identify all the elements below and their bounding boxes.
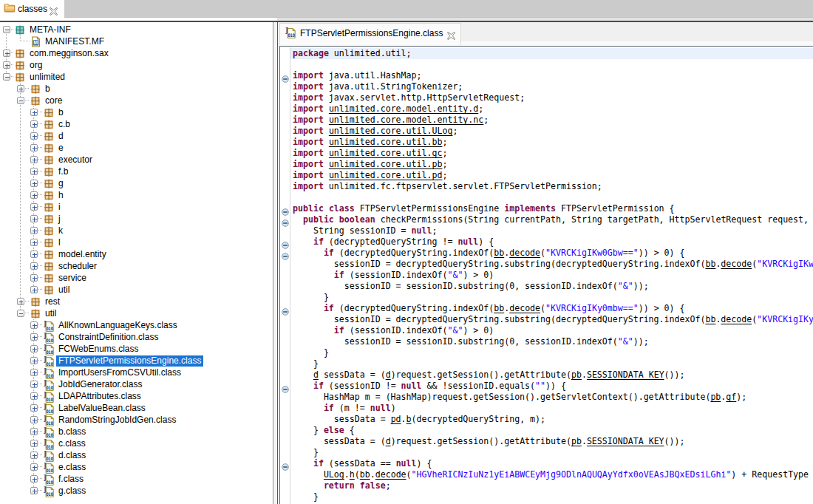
- fold-collapse-icon[interactable]: [282, 305, 289, 313]
- tree-item-c-class[interactable]: J010c.class: [0, 437, 273, 449]
- tree-item-c-b[interactable]: c.b: [0, 118, 273, 130]
- tree-expand-toggle[interactable]: [30, 416, 38, 423]
- tree-item-util[interactable]: util: [0, 307, 273, 319]
- code-reference-link[interactable]: unlimited.core.util.pd: [329, 170, 443, 180]
- tree-item-ldapattributes-class[interactable]: J010LDAPAttributes.class: [0, 390, 273, 402]
- code-reference-link[interactable]: bb: [494, 248, 504, 258]
- tree-item-g-class[interactable]: J010g.class: [0, 485, 273, 497]
- code-reference-link[interactable]: d: [386, 436, 391, 446]
- tree-expand-toggle[interactable]: [30, 475, 38, 483]
- tree-item-e[interactable]: e: [0, 142, 273, 154]
- tree-item-rest[interactable]: rest: [0, 296, 273, 307]
- close-icon[interactable]: [447, 30, 455, 38]
- code-reference-link[interactable]: bb: [705, 259, 715, 269]
- tree-item-util[interactable]: util: [0, 284, 273, 296]
- tree-item-service[interactable]: service: [0, 272, 273, 284]
- tree-item-org[interactable]: org: [0, 59, 273, 71]
- tree-expand-toggle[interactable]: [30, 392, 38, 400]
- tree-item-b[interactable]: b: [0, 106, 273, 118]
- tree-expand-toggle[interactable]: [30, 487, 38, 494]
- tree-expand-toggle[interactable]: [30, 156, 38, 163]
- tree-expand-toggle[interactable]: [30, 321, 38, 329]
- tree-collapse-toggle[interactable]: [3, 26, 10, 33]
- code-reference-link[interactable]: decode: [509, 303, 540, 313]
- code-reference-link[interactable]: unlimited.core.util.ULog: [329, 126, 453, 136]
- code-reference-link[interactable]: pb: [571, 370, 582, 380]
- tree-expand-toggle[interactable]: [30, 286, 38, 293]
- tree-expand-toggle[interactable]: [30, 144, 38, 151]
- tree-item-randomstringjobidgen-class[interactable]: J010RandomStringJobIdGen.class: [0, 414, 273, 426]
- fold-collapse-icon[interactable]: [282, 383, 289, 390]
- code-reference-link[interactable]: decode: [375, 469, 406, 480]
- code-reference-link[interactable]: d: [386, 370, 391, 380]
- tree-item-b-class[interactable]: J010b.class: [0, 426, 273, 437]
- tree-expand-toggle[interactable]: [3, 61, 10, 69]
- code-reference-link[interactable]: gf: [726, 392, 736, 402]
- code-reference-link[interactable]: bb: [494, 303, 504, 313]
- code-reference-link[interactable]: unlimited.core.util.pb: [329, 159, 443, 169]
- tree-expand-toggle[interactable]: [30, 262, 38, 270]
- fold-collapse-icon[interactable]: [282, 205, 289, 213]
- tab-class-file[interactable]: J010 FTPServletPermissionsEngine.class: [279, 23, 461, 45]
- tree-item-e-class[interactable]: J010e.class: [0, 461, 273, 473]
- tree-item-d[interactable]: d: [0, 130, 273, 142]
- tree-item-h[interactable]: h: [0, 189, 273, 201]
- code-reference-link[interactable]: ULog: [324, 469, 344, 480]
- tree-item-ftpservletpermissionsengine-class[interactable]: J010FTPServletPermissionsEngine.class: [0, 355, 273, 367]
- code-reference-link[interactable]: bb: [705, 314, 715, 324]
- tree-expand-toggle[interactable]: [30, 109, 38, 116]
- tree-item-f-b[interactable]: f.b: [0, 166, 273, 177]
- tree-item-labelvaluebean-class[interactable]: J010LabelValueBean.class: [0, 402, 273, 414]
- tree-expand-toggle[interactable]: [30, 452, 38, 459]
- tree-item-k[interactable]: k: [0, 225, 273, 236]
- tree-item-jobidgenerator-class[interactable]: J010JobIdGenerator.class: [0, 378, 273, 390]
- tree-expand-toggle[interactable]: [30, 203, 38, 211]
- tree-item-com-megginson-sax[interactable]: com.megginson.sax: [0, 47, 273, 59]
- code-reference-link[interactable]: bb: [360, 469, 370, 480]
- tree-expand-toggle[interactable]: [17, 85, 24, 92]
- tree-item-constraintdefinition-class[interactable]: J010ConstraintDefinition.class: [0, 331, 273, 343]
- tree-item-unlimited[interactable]: unlimited: [0, 71, 273, 83]
- tree-expand-toggle[interactable]: [30, 381, 38, 388]
- code-reference-link[interactable]: decode: [509, 248, 540, 258]
- tree-expand-toggle[interactable]: [30, 440, 38, 447]
- tree-item-manifest-mf[interactable]: MMANIFEST.MF: [0, 35, 273, 47]
- tree-expand-toggle[interactable]: [17, 298, 24, 305]
- tree-expand-toggle[interactable]: [30, 345, 38, 353]
- tree-item-allknownlanguagekeys-class[interactable]: J010AllKnownLanguageKeys.class: [0, 319, 273, 331]
- code-reference-link[interactable]: SESSIONDATA_KEY: [587, 370, 664, 380]
- code-reference-link[interactable]: pd: [391, 414, 401, 424]
- tree-item-f-class[interactable]: J010f.class: [0, 473, 273, 485]
- tree-expand-toggle[interactable]: [30, 369, 38, 376]
- code-reference-link[interactable]: decode: [721, 259, 752, 269]
- tree-expand-toggle[interactable]: [30, 404, 38, 412]
- code-reference-link[interactable]: unlimited.core.util.gc: [329, 148, 443, 158]
- tab-classes[interactable]: classes: [0, 0, 64, 21]
- code-reference-link[interactable]: d: [313, 370, 319, 380]
- code-reference-link[interactable]: unlimited.core.util.bb: [329, 137, 443, 147]
- tree-item-i[interactable]: i: [0, 201, 273, 213]
- tree-expand-toggle[interactable]: [3, 50, 10, 57]
- tree-expand-toggle[interactable]: [30, 227, 38, 234]
- code-reference-link[interactable]: decode: [721, 314, 752, 324]
- tree-item-core[interactable]: core: [0, 95, 273, 106]
- tree-expand-toggle[interactable]: [30, 191, 38, 199]
- tree-collapse-toggle[interactable]: [17, 310, 24, 317]
- tree-collapse-toggle[interactable]: [3, 73, 10, 81]
- tree-item-d-class[interactable]: J010d.class: [0, 449, 273, 461]
- tree-expand-toggle[interactable]: [30, 132, 38, 140]
- tree-item-scheduler[interactable]: scheduler: [0, 260, 273, 272]
- tree-expand-toggle[interactable]: [30, 239, 38, 246]
- fold-collapse-icon[interactable]: [282, 72, 289, 80]
- tree-item-b[interactable]: b: [0, 83, 273, 95]
- tree-expand-toggle[interactable]: [30, 215, 38, 222]
- code-reference-link[interactable]: unlimited.core.model.entity.nc: [329, 115, 483, 125]
- tree-expand-toggle[interactable]: [30, 333, 38, 341]
- tree-expand-toggle[interactable]: [30, 251, 38, 258]
- code-reference-link[interactable]: h: [350, 469, 355, 480]
- tree-item-l[interactable]: l: [0, 236, 273, 248]
- code-reference-link[interactable]: b: [406, 414, 412, 424]
- tree-expand-toggle[interactable]: [30, 463, 38, 471]
- tree-collapse-toggle[interactable]: [17, 97, 24, 104]
- tree-item-importusersfromcsvutil-class[interactable]: J010ImportUsersFromCSVUtil.class: [0, 367, 273, 378]
